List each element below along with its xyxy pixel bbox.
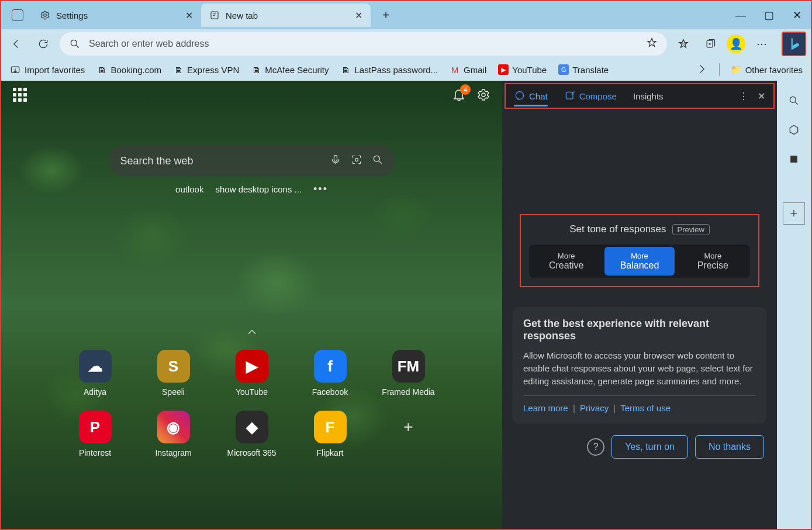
content: 4 Search the web outlook show desktop ic… xyxy=(1,81,811,529)
import-favorites-button[interactable]: Import favorites xyxy=(9,64,85,75)
help-icon[interactable]: ? xyxy=(587,438,604,456)
page-icon xyxy=(209,10,220,20)
fav-bookmark[interactable]: ▶YouTube xyxy=(498,64,547,75)
svg-point-2 xyxy=(71,40,77,46)
suggestion-chip[interactable]: outlook xyxy=(175,184,203,194)
svg-rect-6 xyxy=(334,155,337,161)
favorites-button[interactable] xyxy=(673,33,694,54)
yes-button[interactable]: Yes, turn on xyxy=(611,435,688,459)
rail-hex-icon[interactable] xyxy=(786,122,802,138)
divider xyxy=(719,63,720,76)
tab-compose[interactable]: Compose xyxy=(556,83,625,109)
site-tile[interactable]: PPinterest xyxy=(58,411,133,457)
collections-button[interactable] xyxy=(700,33,721,54)
learn-more-link[interactable]: Learn more xyxy=(523,403,568,413)
tab-chat[interactable]: Chat xyxy=(506,83,556,109)
site-tile[interactable]: fFacebook xyxy=(293,350,368,397)
close-icon[interactable]: ✕ xyxy=(185,10,193,21)
suggestion-chip[interactable]: show desktop icons ... xyxy=(215,184,302,194)
site-tile[interactable]: ☁Aditya xyxy=(58,350,133,397)
other-favorites[interactable]: 📁 Other favorites xyxy=(731,64,803,75)
site-tile[interactable]: FFlipkart xyxy=(293,411,368,457)
titlebar: Settings ✕ New tab ✕ + — ▢ ✕ xyxy=(1,1,811,29)
search-icon xyxy=(69,38,81,50)
svg-rect-10 xyxy=(566,92,573,99)
tone-creative[interactable]: More Creative xyxy=(531,247,601,276)
right-rail: + xyxy=(777,81,811,529)
new-tab-page: 4 Search the web outlook show desktop ic… xyxy=(1,81,502,529)
notifications-button[interactable]: 4 xyxy=(452,88,466,105)
search-suggestions: outlook show desktop icons ... ••• xyxy=(175,183,328,195)
rail-add-button[interactable]: + xyxy=(783,202,805,225)
svg-rect-1 xyxy=(211,12,218,19)
svg-point-0 xyxy=(44,14,47,17)
gear-icon xyxy=(40,10,50,20)
quick-links-grid: ☁AdityaSSpeeli▶YouTubefFacebookFMFramed … xyxy=(58,350,446,457)
bing-sidebar: Chat Compose Insights ⋮ ✕ Set tone of re… xyxy=(502,81,777,529)
page-settings-button[interactable] xyxy=(476,88,490,105)
tone-precise[interactable]: More Precise xyxy=(678,247,748,276)
svg-point-8 xyxy=(374,156,379,161)
more-suggestions[interactable]: ••• xyxy=(313,183,328,195)
experience-card: Get the best experience with relevant re… xyxy=(513,307,766,424)
rail-search-icon[interactable] xyxy=(786,92,802,109)
no-button[interactable]: No thanks xyxy=(695,435,764,459)
favorites-overflow[interactable] xyxy=(696,63,707,77)
terms-link[interactable]: Terms of use xyxy=(620,403,671,413)
address-bar[interactable]: Search or enter web address xyxy=(60,32,667,56)
address-placeholder: Search or enter web address xyxy=(89,39,209,49)
tab-label: Settings xyxy=(56,11,88,20)
bing-chat-button[interactable] xyxy=(782,32,806,56)
fav-bookmark[interactable]: MGmail xyxy=(450,64,486,75)
site-tile[interactable]: ◉Instagram xyxy=(136,411,211,457)
site-tile[interactable]: SSpeeli xyxy=(136,350,211,397)
notification-badge: 4 xyxy=(460,84,471,95)
svg-rect-12 xyxy=(790,156,797,163)
fav-bookmark[interactable]: 🗎Express VPN xyxy=(173,64,239,75)
tab-actions-icon[interactable] xyxy=(12,9,23,21)
new-tab-button[interactable]: + xyxy=(375,5,396,26)
tab-settings[interactable]: Settings ✕ xyxy=(32,4,201,27)
tone-selector: Set tone of responses Preview More Creat… xyxy=(520,214,759,287)
back-button[interactable] xyxy=(6,33,27,54)
sidebar-more-icon[interactable]: ⋮ xyxy=(739,91,748,102)
card-body: Allow Microsoft to access your browser w… xyxy=(523,349,756,387)
site-tile[interactable]: ▶YouTube xyxy=(215,350,289,397)
refresh-button[interactable] xyxy=(33,33,54,54)
site-tile[interactable]: FMFramed Media xyxy=(371,350,446,397)
tab-newtab[interactable]: New tab ✕ xyxy=(201,4,371,27)
favorite-icon[interactable] xyxy=(646,37,658,51)
profile-button[interactable]: 👤 xyxy=(727,35,745,53)
more-button[interactable]: ⋯ xyxy=(751,33,772,54)
sidebar-tabs: Chat Compose Insights ⋮ ✕ xyxy=(505,83,775,109)
favorites-bar: Import favorites 🗎Booking.com 🗎Express V… xyxy=(1,58,811,81)
sidebar-close-icon[interactable]: ✕ xyxy=(758,91,765,102)
fav-bookmark[interactable]: GTranslate xyxy=(558,64,609,75)
preview-badge: Preview xyxy=(672,224,710,235)
rail-square-icon[interactable] xyxy=(786,151,802,167)
maximize-button[interactable]: ▢ xyxy=(755,1,783,29)
app-launcher-icon[interactable] xyxy=(13,88,29,104)
privacy-link[interactable]: Privacy xyxy=(580,403,609,413)
expand-up-icon[interactable] xyxy=(246,326,258,341)
search-box[interactable]: Search the web xyxy=(109,145,395,177)
close-icon[interactable]: ✕ xyxy=(355,10,362,21)
lens-icon[interactable] xyxy=(351,154,362,168)
svg-point-9 xyxy=(516,92,523,99)
card-title: Get the best experience with relevant re… xyxy=(523,318,756,342)
search-icon[interactable] xyxy=(372,154,383,168)
search-placeholder: Search the web xyxy=(120,155,320,167)
tone-balanced[interactable]: More Balanced xyxy=(604,247,674,276)
close-button[interactable]: ✕ xyxy=(783,1,811,29)
toolbar: Search or enter web address 👤 ⋯ xyxy=(1,29,811,58)
minimize-button[interactable]: — xyxy=(727,1,755,29)
add-site-button[interactable]: + xyxy=(371,411,446,457)
fav-bookmark[interactable]: 🗎LastPass password... xyxy=(341,64,438,75)
tab-insights[interactable]: Insights xyxy=(633,91,664,101)
mic-icon[interactable] xyxy=(330,154,341,168)
fav-bookmark[interactable]: 🗎Booking.com xyxy=(96,64,161,75)
fav-bookmark[interactable]: 🗎McAfee Security xyxy=(251,64,329,75)
svg-point-7 xyxy=(355,158,358,161)
site-tile[interactable]: ◆Microsoft 365 xyxy=(215,411,289,457)
tab-label: New tab xyxy=(226,11,258,20)
